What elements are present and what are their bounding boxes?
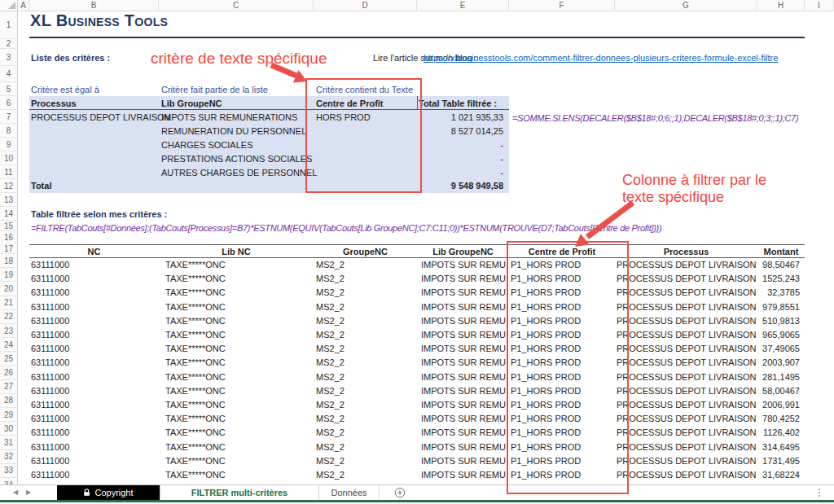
column-header-cell[interactable]: H: [757, 0, 805, 11]
cell-nc[interactable]: 63111000: [31, 287, 69, 298]
cell-montant[interactable]: 281,1495: [725, 372, 800, 383]
cell-lib-groupenc[interactable]: IMPOTS SUR REMUNERATIONS: [421, 456, 506, 467]
tab-donnees[interactable]: Données: [319, 485, 380, 500]
row-header-cell[interactable]: 12: [0, 179, 17, 193]
cell-lib-nc[interactable]: TAXE*****ONC: [165, 400, 226, 410]
cell-centre-de-profit[interactable]: P1_HORS PROD: [511, 414, 581, 424]
column-header-cell[interactable]: B: [29, 0, 159, 11]
criteria-cell-lib-groupenc[interactable]: IMPOTS SUR REMUNERATIONS: [161, 112, 297, 123]
cell-groupenc[interactable]: MS2_2: [316, 372, 345, 383]
cell-nc[interactable]: 63111000: [31, 414, 69, 424]
cell-nc[interactable]: 63111000: [31, 302, 69, 313]
cell-montant[interactable]: 965,9065: [725, 330, 800, 340]
cell-lib-groupenc[interactable]: IMPOTS SUR REMUNERATIONS: [421, 330, 506, 340]
cell-lib-groupenc[interactable]: IMPOTS SUR REMUNERATIONS: [421, 274, 506, 284]
row-header-cell[interactable]: 15: [0, 221, 17, 231]
cell-centre-de-profit[interactable]: P1_HORS PROD: [511, 386, 581, 397]
cell-lib-nc[interactable]: TAXE*****ONC: [165, 372, 226, 383]
cell-lib-nc[interactable]: TAXE*****ONC: [165, 414, 226, 424]
row-header-cell[interactable]: 22: [0, 310, 17, 324]
row-header-cell[interactable]: 21: [0, 296, 17, 310]
sheet-nav-left-icon[interactable]: ◀: [13, 489, 18, 496]
row-header-cell[interactable]: 19: [0, 268, 17, 282]
sheet-title[interactable]: XL Business Tools: [30, 15, 168, 26]
cell-lib-groupenc[interactable]: IMPOTS SUR REMUNERATIONS: [421, 414, 506, 424]
cell-montant[interactable]: 979,8551: [725, 302, 800, 313]
filter-formula-cell[interactable]: =FILTRE(TabCouts[#Données];(TabCouts[Pro…: [31, 223, 661, 234]
row-header-cell[interactable]: 13: [0, 193, 17, 207]
filtered-section-label[interactable]: Table filtrée selon mes critères :: [31, 209, 167, 220]
sheet-nav-right-icon[interactable]: ▶: [26, 489, 31, 496]
cell-groupenc[interactable]: MS2_2: [316, 442, 345, 453]
criteria-type-contains[interactable]: Critère contient du Texte: [316, 85, 413, 95]
sum-formula-cell[interactable]: =SOMME.SI.ENS(DECALER($B$18#;0;6;;1);DEC…: [512, 113, 798, 124]
cell-centre-de-profit[interactable]: P1_HORS PROD: [511, 427, 581, 438]
cell-lib-nc[interactable]: TAXE*****ONC: [165, 357, 226, 368]
row-header-cell[interactable]: 20: [0, 282, 17, 296]
cell-lib-groupenc[interactable]: IMPOTS SUR REMUNERATIONS: [421, 386, 506, 397]
row-header-cell[interactable]: 8: [0, 124, 17, 138]
criteria-type-equal[interactable]: Critère est égal à: [31, 85, 99, 95]
cell-montant[interactable]: 31,68224: [725, 470, 800, 480]
column-header-cell[interactable]: D: [314, 0, 417, 11]
criteria-cell-processus[interactable]: PROCESSUS DEPOT LIVRAISON: [31, 112, 171, 123]
cell-nc[interactable]: 63111000: [31, 456, 69, 467]
filtered-header-cell[interactable]: Processus: [615, 247, 757, 257]
cell-lib-nc[interactable]: TAXE*****ONC: [165, 442, 226, 453]
criteria-cell-total[interactable]: -: [407, 168, 503, 178]
cell-lib-nc[interactable]: TAXE*****ONC: [165, 456, 226, 467]
row-header-cell[interactable]: 10: [0, 151, 17, 165]
cell-nc[interactable]: 63111000: [31, 427, 69, 438]
criteria-list-label[interactable]: Liste des critères :: [31, 53, 110, 64]
filtered-header-cell[interactable]: Centre de Profit: [509, 247, 615, 257]
column-header-cell[interactable]: F: [509, 0, 615, 11]
row-header-cell[interactable]: 34: [0, 478, 17, 484]
cell-lib-groupenc[interactable]: IMPOTS SUR REMUNERATIONS: [421, 442, 506, 453]
cell-centre-de-profit[interactable]: P1_HORS PROD: [511, 470, 581, 480]
criteria-total-label[interactable]: Total: [31, 181, 51, 191]
cell-groupenc[interactable]: MS2_2: [316, 287, 345, 298]
cell-centre-de-profit[interactable]: P1_HORS PROD: [511, 330, 581, 340]
cell-montant[interactable]: 1731,495: [725, 456, 800, 467]
cell-centre-de-profit[interactable]: P1_HORS PROD: [511, 400, 581, 410]
filtered-header-cell[interactable]: Lib GroupeNC: [417, 247, 509, 257]
cell-lib-groupenc[interactable]: IMPOTS SUR REMUNERATIONS: [421, 400, 506, 410]
cell-lib-groupenc[interactable]: IMPOTS SUR REMUNERATIONS: [421, 372, 506, 383]
cell-groupenc[interactable]: MS2_2: [316, 357, 345, 368]
cell-lib-groupenc[interactable]: IMPOTS SUR REMUNERATIONS: [421, 357, 506, 368]
row-header-cell[interactable]: 18: [0, 254, 17, 268]
scrollbar-grip[interactable]: [819, 489, 820, 497]
row-header-cell[interactable]: 6: [0, 96, 17, 110]
row-header-cell[interactable]: 30: [0, 422, 17, 436]
cell-centre-de-profit[interactable]: P1_HORS PROD: [511, 316, 581, 327]
cell-nc[interactable]: 63111000: [31, 442, 69, 453]
cell-centre-de-profit[interactable]: P1_HORS PROD: [511, 357, 581, 368]
column-header-cell[interactable]: A: [18, 0, 29, 11]
cell-groupenc[interactable]: MS2_2: [316, 274, 345, 284]
cell-lib-nc[interactable]: TAXE*****ONC: [165, 316, 226, 327]
cell-lib-groupenc[interactable]: IMPOTS SUR REMUNERATIONS: [421, 316, 506, 327]
filtered-header-cell[interactable]: NC: [29, 247, 159, 257]
cell-lib-groupenc[interactable]: IMPOTS SUR REMUNERATIONS: [421, 287, 506, 298]
criteria-total-value[interactable]: 9 548 949,58: [407, 181, 503, 191]
cell-montant[interactable]: 37,49065: [725, 344, 800, 354]
cell-groupenc[interactable]: MS2_2: [316, 386, 345, 397]
criteria-header-processus[interactable]: Processus: [31, 99, 77, 109]
cell-nc[interactable]: 63111000: [31, 344, 69, 354]
row-header-cell[interactable]: 4: [0, 66, 17, 82]
cell-nc[interactable]: 63111000: [31, 260, 69, 270]
cell-centre-de-profit[interactable]: P1_HORS PROD: [511, 442, 581, 453]
cell-lib-groupenc[interactable]: IMPOTS SUR REMUNERATIONS: [421, 302, 506, 313]
cell-nc[interactable]: 63111000: [31, 386, 69, 397]
blog-link[interactable]: https://xlbusinesstools.com/comment-filt…: [424, 53, 778, 64]
add-sheet-button[interactable]: [394, 487, 406, 498]
row-header-cell[interactable]: 33: [0, 464, 17, 478]
row-header-cell[interactable]: 9: [0, 138, 17, 151]
cell-groupenc[interactable]: MS2_2: [316, 330, 345, 340]
cell-lib-nc[interactable]: TAXE*****ONC: [165, 274, 226, 284]
row-header-cell[interactable]: 32: [0, 450, 17, 464]
cell-groupenc[interactable]: MS2_2: [316, 470, 345, 480]
row-header-cell[interactable]: 1: [0, 11, 17, 39]
cell-centre-de-profit[interactable]: P1_HORS PROD: [511, 456, 581, 467]
cell-groupenc[interactable]: MS2_2: [316, 344, 345, 354]
